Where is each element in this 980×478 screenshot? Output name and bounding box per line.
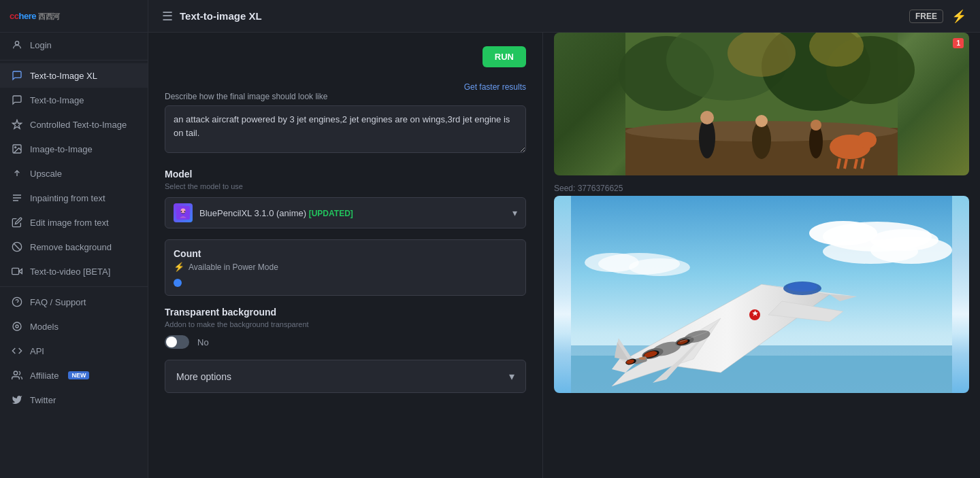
video-icon xyxy=(11,265,23,277)
generate-button[interactable]: RUN xyxy=(483,46,526,67)
sidebar-item-twitter[interactable]: Twitter xyxy=(0,388,148,412)
logo-here: here xyxy=(18,11,35,21)
count-dot xyxy=(174,279,182,287)
power-mode-label: Available in Power Mode xyxy=(189,262,278,272)
svg-point-46 xyxy=(629,258,690,276)
edit-icon xyxy=(11,216,23,228)
count-section: Count ⚡ Available in Power Mode xyxy=(165,239,526,296)
sidebar-item-controlled-text-to-image[interactable]: Controlled Text-to-Image xyxy=(0,112,148,137)
jet-svg xyxy=(554,196,969,393)
sidebar-item-remove-bg-label: Remove background xyxy=(30,242,112,252)
sidebar-item-faq[interactable]: FAQ / Support xyxy=(0,290,148,314)
faq-icon xyxy=(11,296,23,308)
form-panel: RUN Get faster results Describe how the … xyxy=(148,33,543,478)
page-title: Text-to-image XL xyxy=(180,10,262,22)
toggle-knob xyxy=(166,337,177,347)
seed-text: Seed: 3776376625 xyxy=(543,180,980,196)
sidebar-item-api-label: API xyxy=(30,346,44,356)
sidebar-item-text-to-image-xl[interactable]: Text-to-Image XL xyxy=(0,63,148,88)
more-options-label: More options xyxy=(176,371,231,382)
remove-bg-icon xyxy=(11,241,23,253)
chat-icon xyxy=(11,69,23,82)
bolt-icon: ⚡ xyxy=(951,9,966,24)
get-faster-link[interactable]: Get faster results xyxy=(464,82,526,92)
sidebar-item-image-to-image[interactable]: Image-to-Image xyxy=(0,137,148,161)
models-icon xyxy=(11,320,23,332)
image-badge: 1 xyxy=(953,38,964,48)
sidebar-item-inpainting-label: Inpainting from text xyxy=(30,193,105,203)
more-options-row[interactable]: More options ▾ xyxy=(165,360,526,393)
sidebar-item-text-to-video[interactable]: Text-to-video [BETA] xyxy=(0,259,148,284)
sidebar-item-remove-bg[interactable]: Remove background xyxy=(0,235,148,259)
svg-point-0 xyxy=(15,41,18,45)
topbar: ☰ Text-to-image XL FREE ⚡ xyxy=(148,0,980,33)
sidebar-item-models[interactable]: Models xyxy=(0,314,148,339)
affiliate-new-badge: NEW xyxy=(68,371,89,379)
sidebar-divider-1 xyxy=(0,60,148,61)
sidebar-item-login-label: Login xyxy=(30,40,52,50)
painting-image: 1 xyxy=(554,33,969,175)
sidebar-item-upscale[interactable]: Upscale xyxy=(0,161,148,186)
svg-point-29 xyxy=(755,115,768,127)
prompt-textarea[interactable]: an attack aircraft powered by 3 jet engi… xyxy=(165,105,526,153)
user-icon xyxy=(11,39,23,51)
power-mode-row: ⚡ Available in Power Mode xyxy=(174,262,517,272)
toggle-row: No xyxy=(165,335,526,349)
sidebar-item-login[interactable]: Login xyxy=(0,33,148,57)
main-content: ☰ Text-to-image XL FREE ⚡ RUN Get faster… xyxy=(148,0,980,478)
prompt-label: Describe how the final image should look… xyxy=(165,92,526,101)
transparent-toggle[interactable] xyxy=(165,335,189,349)
sidebar-item-upscale-label: Upscale xyxy=(30,169,62,179)
affiliate-icon xyxy=(11,369,23,381)
jet-image xyxy=(554,196,969,393)
upscale-icon xyxy=(11,167,23,180)
message-icon xyxy=(11,94,23,106)
svg-point-31 xyxy=(811,120,821,131)
sidebar-item-edit-image-label: Edit image from text xyxy=(30,218,109,228)
transparent-sub: Addon to make the background transparent xyxy=(165,320,526,328)
sidebar: cchere 西西河 Login Text-to-Image XL Text-t… xyxy=(0,0,148,478)
sidebar-item-text-to-video-label: Text-to-video [BETA] xyxy=(30,267,110,277)
model-select-dropdown[interactable]: BluePencilXL 3.1.0 (anime) [UPDATED] ▾ xyxy=(165,197,526,228)
sparkle-icon xyxy=(11,118,23,131)
svg-point-33 xyxy=(858,132,877,148)
svg-point-11 xyxy=(13,322,21,330)
chevron-down-more-icon: ▾ xyxy=(509,370,514,383)
logo: cchere 西西河 xyxy=(0,0,148,33)
right-panel: 1 Seed: 3776376625 xyxy=(543,33,980,478)
content-area: RUN Get faster results Describe how the … xyxy=(148,33,980,478)
model-avatar xyxy=(174,203,193,222)
svg-rect-7 xyxy=(12,268,19,274)
sidebar-item-affiliate[interactable]: Affiliate NEW xyxy=(0,363,148,388)
sidebar-item-models-label: Models xyxy=(30,322,59,332)
svg-point-15 xyxy=(181,211,182,212)
count-title: Count xyxy=(174,248,517,259)
svg-point-10 xyxy=(16,325,18,328)
image-icon xyxy=(11,143,23,155)
model-section-sub: Select the model to use xyxy=(165,182,526,190)
logo-cc: cc xyxy=(10,11,18,21)
sidebar-item-controlled-label: Controlled Text-to-Image xyxy=(30,120,127,130)
inpainting-icon xyxy=(11,192,23,204)
sidebar-item-image-to-image-label: Image-to-Image xyxy=(30,144,93,154)
topbar-right: FREE ⚡ xyxy=(909,9,966,24)
svg-point-14 xyxy=(181,209,186,214)
sidebar-item-api[interactable]: API xyxy=(0,339,148,363)
image-result-top: 1 xyxy=(554,33,969,175)
svg-point-2 xyxy=(15,147,16,148)
svg-point-27 xyxy=(700,111,714,124)
chevron-down-icon: ▾ xyxy=(512,207,517,218)
sidebar-item-text-to-image[interactable]: Text-to-Image xyxy=(0,88,148,112)
sidebar-item-inpainting[interactable]: Inpainting from text xyxy=(0,186,148,210)
twitter-icon xyxy=(11,394,23,406)
api-icon xyxy=(11,345,23,357)
svg-point-74 xyxy=(639,357,646,360)
free-badge: FREE xyxy=(909,10,943,23)
sidebar-item-text-to-image-label: Text-to-Image xyxy=(30,95,84,105)
model-name-text: BluePencilXL 3.1.0 (anime) [UPDATED] xyxy=(199,208,506,218)
sidebar-item-edit-image[interactable]: Edit image from text xyxy=(0,210,148,235)
svg-line-5 xyxy=(14,243,20,250)
logo-cn: 西西河 xyxy=(38,12,60,20)
sidebar-item-text-to-image-xl-label: Text-to-Image XL xyxy=(30,71,97,81)
hamburger-icon[interactable]: ☰ xyxy=(162,9,173,24)
